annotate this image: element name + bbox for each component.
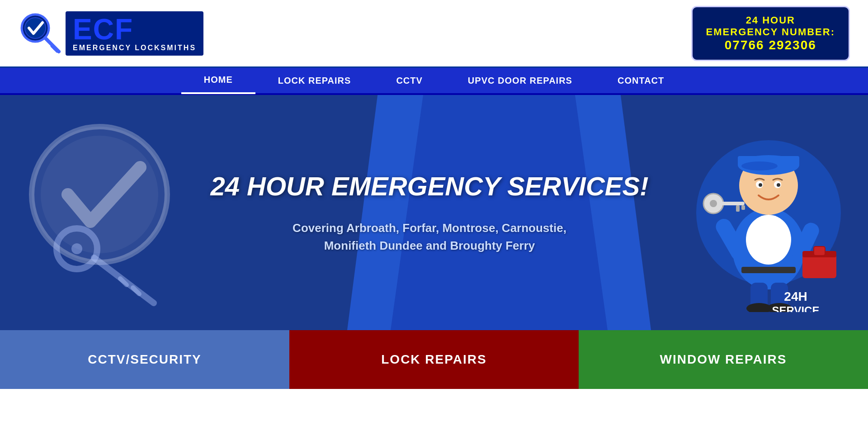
hero-title: 24 HOUR EMERGENCY SERVICES! [210, 171, 648, 201]
logo-subtitle-text: EMERGENCY LOCKSMITHS [73, 44, 196, 52]
svg-point-25 [710, 200, 717, 207]
service-box-lock[interactable]: LOCK REPAIRS [289, 330, 579, 389]
logo-area: ECF EMERGENCY LOCKSMITHS [18, 11, 203, 56]
hero-right-graphic: 24H SERVICE [669, 95, 868, 330]
hero-center-content: 24 HOUR EMERGENCY SERVICES! Covering Arb… [190, 153, 669, 273]
svg-text:24H: 24H [784, 289, 807, 303]
logo-text: ECF EMERGENCY LOCKSMITHS [66, 11, 203, 56]
hero-subtitle-line2: Monifieth Dundee and Broughty Ferry [324, 239, 535, 252]
service-boxes: CCTV/SECURITY LOCK REPAIRS WINDOW REPAIR… [0, 330, 868, 389]
svg-rect-28 [741, 205, 745, 210]
nav-contact[interactable]: CONTACT [595, 67, 687, 94]
svg-point-11 [71, 243, 82, 254]
service-box-cctv-label: CCTV/SECURITY [88, 352, 202, 367]
nav-cctv[interactable]: CCTV [373, 67, 445, 94]
emergency-line2: EMERGENCY NUMBER: [706, 26, 835, 38]
hero-key-magnifier-icon [18, 113, 172, 312]
svg-point-14 [746, 215, 791, 265]
logo-ecf-text: ECF [73, 15, 196, 44]
hero-left-graphic [0, 95, 190, 330]
hero-subtitle-line1: Covering Arbroath, Forfar, Montrose, Car… [292, 221, 566, 235]
locksmith-cartoon-icon: 24H SERVICE [687, 113, 850, 312]
hero-subtitle: Covering Arbroath, Forfar, Montrose, Car… [292, 219, 566, 255]
nav-home[interactable]: HOME [181, 67, 255, 94]
svg-rect-32 [814, 246, 825, 256]
service-box-window[interactable]: WINDOW REPAIRS [579, 330, 868, 389]
site-header: ECF EMERGENCY LOCKSMITHS 24 HOUR EMERGEN… [0, 0, 868, 68]
svg-point-18 [741, 161, 778, 171]
logo-icon [18, 11, 63, 56]
svg-line-2 [45, 38, 59, 52]
emergency-number-box[interactable]: 24 HOUR EMERGENCY NUMBER: 07766 292306 [691, 6, 850, 61]
svg-rect-27 [736, 205, 740, 212]
emergency-line1: 24 HOUR [706, 14, 835, 26]
service-box-window-label: WINDOW REPAIRS [660, 352, 787, 367]
service-box-lock-label: LOCK REPAIRS [381, 352, 487, 367]
nav-upvc-door-repairs[interactable]: UPVC DOOR REPAIRS [445, 67, 595, 94]
svg-rect-33 [741, 267, 796, 273]
emergency-phone: 07766 292306 [706, 38, 835, 52]
svg-rect-26 [720, 202, 745, 205]
svg-point-21 [759, 183, 762, 187]
service-box-cctv[interactable]: CCTV/SECURITY [0, 330, 289, 389]
nav-lock-repairs[interactable]: LOCK REPAIRS [255, 67, 374, 94]
svg-text:SERVICE: SERVICE [772, 304, 820, 312]
svg-point-22 [777, 183, 780, 187]
main-nav: HOME LOCK REPAIRS CCTV UPVC DOOR REPAIRS… [0, 68, 868, 95]
hero-section: 24 HOUR EMERGENCY SERVICES! Covering Arb… [0, 95, 868, 330]
